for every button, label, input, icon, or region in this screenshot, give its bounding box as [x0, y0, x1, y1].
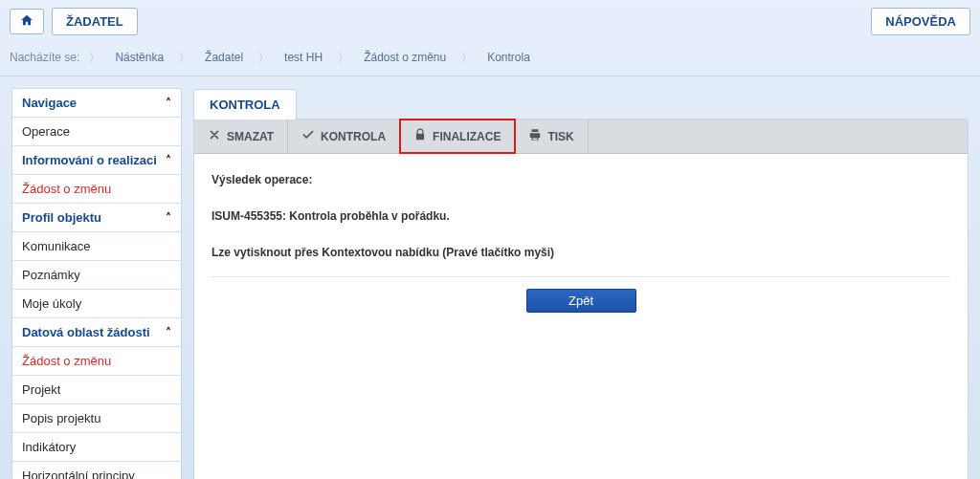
- sidebar: Navigace ˄ Operace Informování o realiza…: [11, 88, 182, 479]
- toolbar-finalizace-button[interactable]: FINALIZACE: [400, 120, 515, 153]
- sidebar-item-popis-projektu[interactable]: Popis projektu: [12, 404, 181, 433]
- sidebar-item-label: Poznámky: [22, 268, 80, 282]
- print-hint: Lze vytisknout přes Kontextovou nabídku …: [212, 246, 950, 259]
- sidebar-item-label: Horizontální principy: [22, 468, 135, 479]
- panel-body: Výsledek operace: ISUM-455355: Kontrola …: [194, 154, 968, 332]
- lock-icon: [413, 128, 427, 144]
- sidebar-item-label: Moje úkoly: [22, 296, 81, 311]
- toolbar-label: KONTROLA: [321, 130, 386, 143]
- napoveda-button[interactable]: NÁPOVĚDA: [871, 8, 970, 35]
- sidebar-item-horizontalni-principy[interactable]: Horizontální principy: [12, 462, 181, 479]
- sidebar-item-label: Informování o realizaci: [22, 153, 157, 167]
- breadcrumb-sep: 〉: [338, 51, 348, 65]
- toolbar-smazat-button[interactable]: SMAZAT: [194, 120, 288, 153]
- top-bar: ŽADATEL NÁPOVĚDA: [0, 0, 980, 43]
- sidebar-item-label: Profil objektu: [22, 210, 101, 225]
- breadcrumb-item-4[interactable]: Kontrola: [478, 49, 540, 66]
- sidebar-item-label: Popis projektu: [22, 411, 100, 425]
- breadcrumb-item-3[interactable]: Žádost o změnu: [354, 49, 456, 66]
- toolbar-label: SMAZAT: [227, 130, 274, 143]
- breadcrumb-label: Nacházíte se:: [10, 51, 79, 64]
- chevron-up-icon: ˄: [166, 211, 171, 225]
- sidebar-header-navigace[interactable]: Navigace ˄: [12, 89, 181, 118]
- zadatel-button[interactable]: ŽADATEL: [52, 8, 138, 35]
- toolbar-label: TISK: [547, 130, 573, 143]
- breadcrumb-item-1[interactable]: Žadatel: [195, 49, 253, 66]
- sidebar-header-profil-objektu[interactable]: Profil objektu ˄: [12, 204, 181, 232]
- sidebar-item-zadost-o-zmenu-2[interactable]: Žádost o změnu: [12, 347, 181, 376]
- sidebar-item-poznamky[interactable]: Poznámky: [12, 261, 181, 290]
- home-icon: [20, 15, 33, 30]
- sidebar-item-label: Operace: [22, 124, 70, 139]
- toolbar-label: FINALIZACE: [433, 130, 501, 143]
- sidebar-header-informovani[interactable]: Informování o realizaci ˄: [12, 146, 181, 175]
- panel: SMAZAT KONTROLA FINALIZACE TISK: [193, 119, 969, 479]
- home-button[interactable]: [10, 9, 44, 34]
- chevron-up-icon: ˄: [166, 97, 171, 110]
- divider: [212, 276, 950, 277]
- chevron-up-icon: ˄: [166, 154, 171, 167]
- toolbar-kontrola-button[interactable]: KONTROLA: [288, 120, 400, 153]
- chevron-up-icon: ˄: [166, 326, 171, 339]
- sidebar-item-label: Navigace: [22, 96, 77, 110]
- back-button[interactable]: Zpět: [526, 289, 636, 313]
- content: KONTROLA SMAZAT KONTROLA FINALIZACE: [193, 88, 969, 479]
- breadcrumb-sep: 〉: [258, 51, 269, 65]
- toolbar: SMAZAT KONTROLA FINALIZACE TISK: [194, 120, 968, 154]
- print-icon: [528, 128, 542, 144]
- x-icon: [208, 128, 221, 144]
- sidebar-item-label: Žádost o změnu: [22, 354, 111, 368]
- breadcrumb-sep: 〉: [89, 51, 100, 65]
- tab-kontrola[interactable]: KONTROLA: [193, 89, 297, 120]
- sidebar-item-label: Datová oblast žádosti: [22, 325, 150, 339]
- tabs: KONTROLA: [193, 88, 969, 119]
- sidebar-item-zadost-o-zmenu[interactable]: Žádost o změnu: [12, 175, 181, 204]
- sidebar-item-komunikace[interactable]: Komunikace: [12, 232, 181, 261]
- toolbar-tisk-button[interactable]: TISK: [515, 120, 588, 153]
- result-label: Výsledek operace:: [212, 173, 950, 186]
- sidebar-item-operace[interactable]: Operace: [12, 118, 181, 146]
- breadcrumb: Nacházíte se: 〉 Nástěnka 〉 Žadatel 〉 tes…: [0, 43, 980, 76]
- sidebar-item-projekt[interactable]: Projekt: [12, 376, 181, 404]
- sidebar-item-label: Žádost o změnu: [22, 182, 111, 196]
- sidebar-header-datova-oblast[interactable]: Datová oblast žádosti ˄: [12, 318, 181, 347]
- check-icon: [301, 128, 315, 144]
- sidebar-item-label: Projekt: [22, 382, 60, 397]
- breadcrumb-sep: 〉: [179, 51, 189, 65]
- result-text: ISUM-455355: Kontrola proběhla v pořádku…: [212, 209, 950, 223]
- sidebar-item-moje-ukoly[interactable]: Moje úkoly: [12, 290, 181, 318]
- breadcrumb-item-2[interactable]: test HH: [275, 49, 332, 66]
- breadcrumb-item-0[interactable]: Nástěnka: [105, 49, 173, 66]
- sidebar-item-indikatory[interactable]: Indikátory: [12, 433, 181, 462]
- sidebar-item-label: Komunikace: [22, 239, 91, 253]
- breadcrumb-sep: 〉: [461, 51, 472, 65]
- sidebar-item-label: Indikátory: [22, 440, 76, 454]
